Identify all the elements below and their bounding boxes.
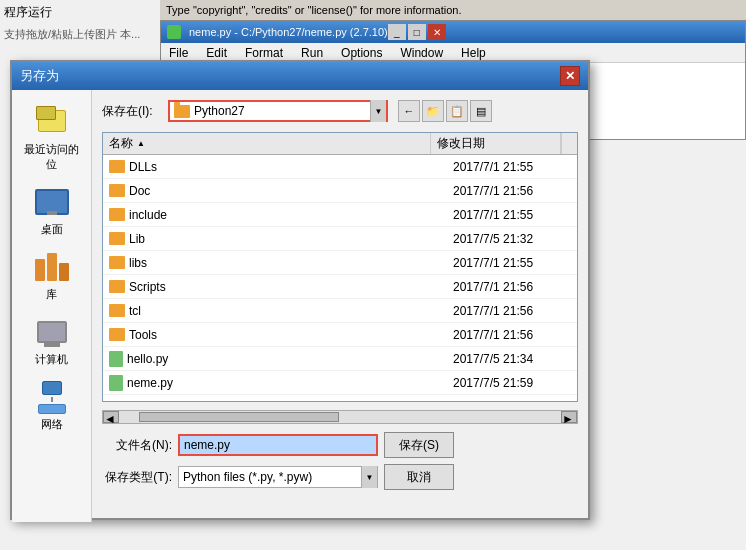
recent-icon — [34, 104, 70, 140]
menu-file[interactable]: File — [165, 45, 192, 61]
folder-icon — [109, 184, 125, 197]
table-row[interactable]: libs2017/7/1 21:55 — [103, 251, 577, 275]
folder-icon — [109, 304, 125, 317]
folder-icon — [109, 328, 125, 341]
toolbar-up-btn[interactable]: 📁 — [422, 100, 444, 122]
file-date-cell: 2017/7/1 21:56 — [447, 328, 577, 342]
scroll-right-btn[interactable]: ► — [561, 411, 577, 423]
file-date-cell: 2017/7/5 21:34 — [447, 352, 577, 366]
file-name-cell: tcl — [103, 304, 447, 318]
file-date-cell: 2017/7/1 21:55 — [447, 208, 577, 222]
file-name-cell: neme.py — [103, 375, 447, 391]
sidebar-item-computer[interactable]: 计算机 — [17, 310, 87, 371]
close-btn[interactable]: ✕ — [428, 24, 446, 40]
file-name-text: libs — [129, 256, 147, 270]
table-row[interactable]: DLLs2017/7/1 21:55 — [103, 155, 577, 179]
toolbar-view-btn[interactable]: ▤ — [470, 100, 492, 122]
network-label: 网络 — [41, 417, 63, 432]
file-list-body[interactable]: DLLs2017/7/1 21:55Doc2017/7/1 21:56inclu… — [103, 155, 577, 402]
file-name-cell: hello.py — [103, 351, 447, 367]
file-name-text: Lib — [129, 232, 145, 246]
col-extra — [561, 133, 577, 154]
file-date-cell: 2017/7/1 21:56 — [447, 280, 577, 294]
file-name-cell: include — [103, 208, 447, 222]
filename-row: 文件名(N): 保存(S) — [102, 432, 578, 458]
file-name-text: neme.py — [127, 376, 173, 390]
file-name-text: tcl — [129, 304, 141, 318]
location-combo[interactable]: Python27 ▼ — [168, 100, 388, 122]
file-name-text: hello.py — [127, 352, 168, 366]
file-list-header: 名称 ▲ 修改日期 — [103, 133, 577, 155]
table-row[interactable]: tcl2017/7/1 21:56 — [103, 299, 577, 323]
file-name-text: Tools — [129, 328, 157, 342]
menu-options[interactable]: Options — [337, 45, 386, 61]
sidebar-item-desktop[interactable]: 桌面 — [17, 180, 87, 241]
computer-icon — [34, 314, 70, 350]
table-row[interactable]: Tools2017/7/1 21:56 — [103, 323, 577, 347]
dialog-left-panel: 最近访问的位 桌面 库 — [12, 90, 92, 522]
minimize-btn[interactable]: _ — [388, 24, 406, 40]
scroll-left-btn[interactable]: ◄ — [103, 411, 119, 423]
toolbar-back-btn[interactable]: ← — [398, 100, 420, 122]
menu-window[interactable]: Window — [396, 45, 447, 61]
table-row[interactable]: include2017/7/1 21:55 — [103, 203, 577, 227]
terminal-bar: Type "copyright", "credits" or "license(… — [160, 0, 746, 20]
menu-help[interactable]: Help — [457, 45, 490, 61]
file-name-text: Doc — [129, 184, 150, 198]
folder-icon-location — [174, 105, 190, 118]
sort-arrow: ▲ — [137, 139, 145, 148]
folder-icon — [109, 256, 125, 269]
col-name[interactable]: 名称 ▲ — [103, 133, 431, 154]
file-icon — [109, 351, 123, 367]
file-name-cell: Tools — [103, 328, 447, 342]
sidebar-text-line1: 程序运行 — [4, 4, 156, 21]
filetype-combo-arrow[interactable]: ▼ — [361, 466, 377, 488]
editor-title-icon — [167, 25, 181, 39]
save-as-dialog: 另存为 ✕ 最近访问的位 桌面 — [10, 60, 590, 520]
sidebar-item-library[interactable]: 库 — [17, 245, 87, 306]
menu-run[interactable]: Run — [297, 45, 327, 61]
maximize-btn[interactable]: □ — [408, 24, 426, 40]
recent-label: 最近访问的位 — [21, 142, 83, 172]
file-date-cell: 2017/7/1 21:56 — [447, 184, 577, 198]
dialog-title: 另存为 — [20, 67, 59, 85]
file-name-text: include — [129, 208, 167, 222]
file-name-cell: libs — [103, 256, 447, 270]
filetype-combo[interactable]: Python files (*.py, *.pyw) ▼ — [178, 466, 378, 488]
toolbar-icons: ← 📁 📋 ▤ — [398, 100, 492, 122]
file-name-cell: Lib — [103, 232, 447, 246]
save-button[interactable]: 保存(S) — [384, 432, 454, 458]
folder-icon — [109, 160, 125, 173]
sidebar-item-recent[interactable]: 最近访问的位 — [17, 100, 87, 176]
toolbar-new-folder-btn[interactable]: 📋 — [446, 100, 468, 122]
editor-title: neme.py - C:/Python27/neme.py (2.7.10) — [189, 26, 388, 38]
table-row[interactable]: neme.py2017/7/5 21:59 — [103, 371, 577, 395]
menu-edit[interactable]: Edit — [202, 45, 231, 61]
desktop-label: 桌面 — [41, 222, 63, 237]
sidebar-item-network[interactable]: 网络 — [17, 375, 87, 436]
table-row[interactable]: hello.py2017/7/5 21:34 — [103, 347, 577, 371]
scrollbar-thumb[interactable] — [139, 412, 339, 422]
library-label: 库 — [46, 287, 57, 302]
table-row[interactable]: Scripts2017/7/1 21:56 — [103, 275, 577, 299]
file-name-text: Scripts — [129, 280, 166, 294]
file-name-cell: Scripts — [103, 280, 447, 294]
location-combo-arrow[interactable]: ▼ — [370, 100, 386, 122]
left-sidebar-text: 程序运行 支持拖放/粘贴上传图片 本... — [0, 0, 160, 60]
horizontal-scrollbar[interactable]: ◄ ► — [102, 410, 578, 424]
computer-label: 计算机 — [35, 352, 68, 367]
filetype-row: 保存类型(T): Python files (*.py, *.pyw) ▼ 取消 — [102, 464, 578, 490]
file-date-cell: 2017/7/5 21:32 — [447, 232, 577, 246]
table-row[interactable]: Lib2017/7/5 21:32 — [103, 227, 577, 251]
file-icon — [109, 375, 123, 391]
folder-icon — [109, 232, 125, 245]
dialog-close-button[interactable]: ✕ — [560, 66, 580, 86]
library-icon — [34, 249, 70, 285]
col-date[interactable]: 修改日期 — [431, 133, 561, 154]
table-row[interactable]: Doc2017/7/1 21:56 — [103, 179, 577, 203]
file-name-text: DLLs — [129, 160, 157, 174]
desktop-icon — [34, 184, 70, 220]
menu-format[interactable]: Format — [241, 45, 287, 61]
cancel-button[interactable]: 取消 — [384, 464, 454, 490]
filename-input[interactable] — [178, 434, 378, 456]
